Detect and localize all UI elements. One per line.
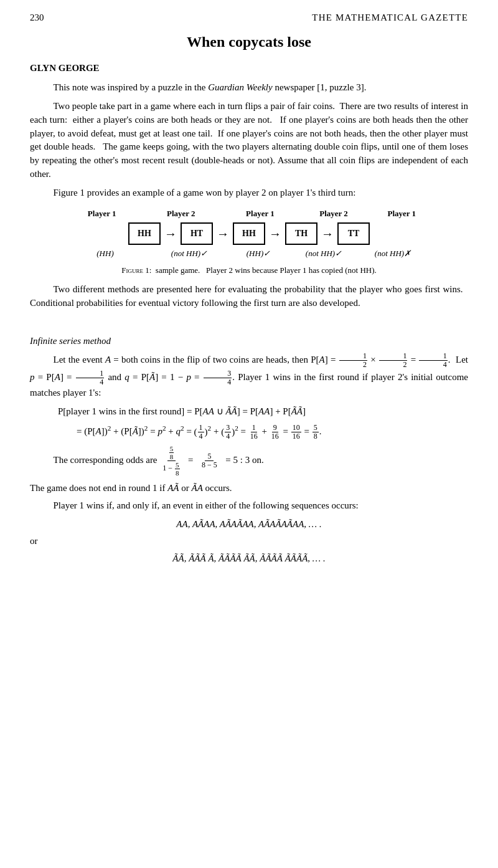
outcome-5: (not HH)✗ — [362, 248, 424, 260]
player-label-3: Player 1 — [227, 208, 293, 220]
paragraph-5: Let the event A = both coins in the flip… — [30, 352, 468, 400]
paragraph-1: This note was inspired by a puzzle in th… — [30, 81, 468, 95]
paragraph-3: Figure 1 provides an example of a game w… — [30, 186, 468, 200]
paragraph-odds: The corresponding odds are 58 1 − 58 = 5… — [54, 445, 469, 477]
paragraph-7: The game does not end in round 1 if AÃ o… — [30, 482, 468, 495]
paragraph-4: Two different methods are presented here… — [30, 283, 468, 310]
paragraph-8: Player 1 wins if, and only if, an event … — [30, 499, 468, 513]
equation-2: = (P[A])2 + (P[Ã])2 = p2 + q2 = (14)2 + … — [77, 423, 468, 441]
coin-box-2: HT — [181, 222, 213, 245]
arrow-2: → — [217, 225, 229, 243]
player-label-5: Player 1 — [374, 208, 430, 220]
coin-box-5: TT — [337, 222, 370, 245]
journal-title: THE MATHEMATICAL GAZETTE — [312, 11, 468, 25]
figure-caption: Figure 1: sample game. Player 2 wins bec… — [121, 265, 376, 277]
coin-box-4: TH — [285, 222, 317, 245]
article-title: When copycats lose — [30, 31, 468, 53]
arrow-1: → — [164, 225, 177, 243]
or-text: or — [30, 535, 468, 548]
equation-3: AA, AÃAA, AÃAÃAA, AÃAÃAÃAA, … . — [30, 518, 468, 532]
author-name: GLYN GEORGE — [30, 62, 468, 75]
player-labels-row: Player 1 Player 2 Player 1 Player 2 Play… — [68, 208, 430, 220]
outcome-2: (not HH)✓ — [155, 248, 223, 260]
page-number: 230 — [30, 11, 44, 25]
outcome-3: (HH)✓ — [233, 248, 283, 260]
player-label-4: Player 2 — [306, 208, 361, 220]
paragraph-2: Two people take part in a game where eac… — [30, 100, 468, 181]
coin-box-3: HH — [233, 222, 265, 245]
coin-boxes-row: HH → HT → HH → TH → TT — [128, 222, 370, 245]
arrow-3: → — [269, 225, 281, 243]
coin-box-1: HH — [128, 222, 161, 245]
outcome-1: (HH) — [74, 248, 136, 260]
player-label-2: Player 2 — [148, 208, 214, 220]
equation-1: P[player 1 wins in the first round] = P[… — [58, 405, 468, 419]
outcome-4: (not HH)✓ — [289, 248, 358, 260]
figure-1: Player 1 Player 2 Player 1 Player 2 Play… — [30, 208, 468, 277]
player-label-1: Player 1 — [68, 208, 135, 220]
equation-4: ÃÃ, ÃÃÃ Ã, ÃÃÃÃ ÃÃ, ÃÃÃÃ ÃÃÃÃ, … . — [30, 552, 468, 566]
page-header: 230 THE MATHEMATICAL GAZETTE — [30, 11, 468, 25]
arrow-4: → — [321, 225, 334, 243]
section-heading-infinite-series: Infinite series method — [30, 335, 468, 348]
